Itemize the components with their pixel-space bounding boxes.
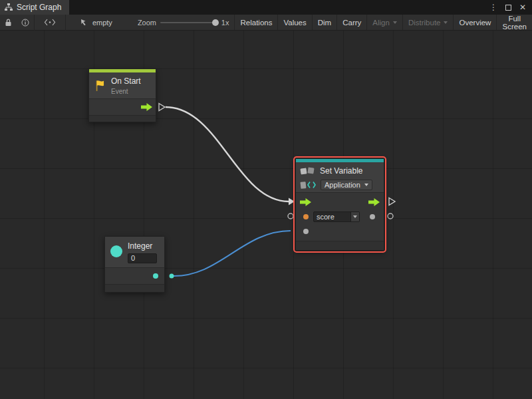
lock-icon[interactable] bbox=[0, 15, 17, 30]
value-input-port[interactable] bbox=[303, 229, 309, 234]
graph-toolbar: empty Zoom 1x Relations Values Dim Carry… bbox=[0, 15, 532, 31]
code-preview-icon[interactable] bbox=[35, 15, 65, 30]
window-menu-icon[interactable]: ⋮ bbox=[489, 0, 497, 15]
align-label: Align bbox=[372, 19, 390, 27]
integer-ports bbox=[105, 268, 164, 284]
distribute-button[interactable]: Distribute bbox=[402, 15, 454, 30]
info-icon[interactable] bbox=[17, 15, 34, 30]
set-variable-output-ghost-triangle[interactable] bbox=[389, 198, 395, 205]
chevron-down-icon bbox=[444, 21, 448, 24]
node-footer bbox=[296, 241, 384, 250]
set-variable-ports: score bbox=[296, 193, 384, 241]
flag-icon bbox=[94, 80, 106, 92]
full-screen-label: Full Screen bbox=[502, 15, 527, 31]
node-subtitle: Event bbox=[111, 88, 141, 95]
zoom-slider[interactable] bbox=[160, 15, 217, 31]
toolbar-separator bbox=[65, 15, 66, 31]
node-integer[interactable]: Integer 0 bbox=[104, 236, 165, 293]
wires-layer bbox=[0, 31, 532, 399]
graph-canvas[interactable]: On Start Event bbox=[0, 31, 532, 399]
control-output-port[interactable] bbox=[368, 198, 380, 206]
value-port-row bbox=[296, 224, 384, 239]
node-footer bbox=[89, 115, 156, 122]
name-port-row: score bbox=[296, 209, 384, 224]
titlebar: Script Graph ⋮ ✕ bbox=[0, 0, 532, 15]
scope-dropdown-value: Application bbox=[325, 181, 360, 189]
variable-scope-icon bbox=[300, 180, 317, 190]
value-output-port[interactable] bbox=[370, 214, 375, 219]
overview-button[interactable]: Overview bbox=[453, 15, 496, 30]
variable-name-combo[interactable]: score bbox=[313, 211, 360, 222]
node-set-variable[interactable]: Set Variable Application bbox=[295, 158, 384, 251]
tab-script-graph[interactable]: Script Graph bbox=[0, 0, 69, 15]
flow-wire bbox=[166, 107, 289, 201]
graph-name: empty bbox=[92, 19, 112, 27]
tab-title: Script Graph bbox=[17, 3, 61, 12]
zoom-knob[interactable] bbox=[212, 19, 219, 26]
integer-header: Integer 0 bbox=[105, 237, 164, 268]
control-input-port[interactable] bbox=[300, 198, 311, 206]
on-start-header: On Start Event bbox=[89, 72, 156, 99]
dim-label: Dim bbox=[318, 19, 331, 27]
align-button[interactable]: Align bbox=[366, 15, 402, 30]
chevron-down-icon bbox=[353, 215, 357, 218]
value-wire bbox=[172, 231, 291, 276]
graph-breadcrumb[interactable]: empty bbox=[74, 15, 119, 30]
integer-type-icon bbox=[110, 245, 122, 257]
full-screen-button[interactable]: Full Screen bbox=[496, 15, 532, 30]
chevron-down-icon bbox=[393, 21, 397, 24]
node-title: Integer bbox=[128, 241, 157, 251]
control-output-port[interactable] bbox=[141, 103, 152, 111]
flow-wire-arrowhead bbox=[289, 198, 295, 205]
toolbar-buttons: Relations Values Dim Carry Align Distrib… bbox=[234, 15, 532, 30]
graph-pointer-icon bbox=[80, 19, 89, 27]
distribute-label: Distribute bbox=[408, 19, 441, 27]
zoom-value: 1x bbox=[221, 19, 229, 27]
variable-stack-icon bbox=[300, 166, 316, 176]
chevron-down-icon bbox=[364, 184, 368, 186]
node-title: On Start bbox=[111, 76, 141, 86]
close-icon[interactable]: ✕ bbox=[519, 0, 526, 15]
on-start-output-ghost-triangle[interactable] bbox=[159, 104, 165, 111]
carry-label: Carry bbox=[342, 19, 361, 27]
relations-label: Relations bbox=[240, 19, 272, 27]
zoom-track bbox=[160, 22, 217, 23]
port-row bbox=[105, 268, 164, 284]
window-controls: ⋮ ✕ bbox=[489, 0, 532, 15]
integer-output-port[interactable] bbox=[153, 273, 158, 279]
values-button[interactable]: Values bbox=[277, 15, 311, 30]
relations-button[interactable]: Relations bbox=[234, 15, 277, 30]
combo-dropdown-button[interactable] bbox=[350, 212, 359, 221]
zoom-label: Zoom bbox=[138, 19, 156, 27]
value-output-ghost-circle[interactable] bbox=[388, 213, 393, 219]
variable-name-input-port[interactable] bbox=[303, 214, 309, 219]
values-label: Values bbox=[283, 19, 306, 27]
node-footer bbox=[105, 284, 164, 292]
variable-name-value: score bbox=[314, 212, 350, 221]
carry-button[interactable]: Carry bbox=[336, 15, 366, 30]
node-on-start[interactable]: On Start Event bbox=[88, 68, 156, 122]
graph-tab-icon bbox=[5, 3, 13, 11]
on-start-ports bbox=[89, 99, 156, 115]
value-wire-start-dot bbox=[170, 274, 174, 279]
flow-port-row bbox=[296, 195, 384, 209]
dim-button[interactable]: Dim bbox=[312, 15, 336, 30]
maximize-icon[interactable] bbox=[505, 5, 511, 11]
script-graph-window: Script Graph ⋮ ✕ empty Zoom bbox=[0, 0, 532, 399]
overview-label: Overview bbox=[459, 19, 491, 27]
node-title: Set Variable bbox=[320, 166, 362, 176]
scope-dropdown[interactable]: Application bbox=[321, 180, 372, 190]
name-input-ghost-circle[interactable] bbox=[288, 213, 293, 219]
set-variable-header: Set Variable Application bbox=[296, 162, 384, 193]
port-row bbox=[89, 99, 156, 115]
integer-value-input[interactable]: 0 bbox=[128, 253, 157, 263]
